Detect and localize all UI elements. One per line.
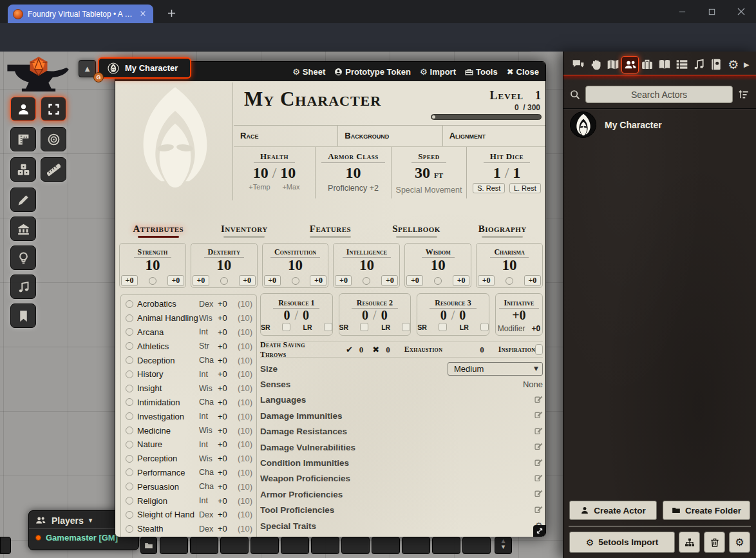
new-tab-button[interactable]: [162, 5, 180, 23]
skill-proficiency-radio[interactable]: [126, 314, 133, 322]
edit-trait-button[interactable]: [534, 473, 543, 485]
skill-row[interactable]: Performance Cha +0 (10): [126, 466, 252, 480]
macro-slot[interactable]: [220, 537, 249, 554]
skill-proficiency-radio[interactable]: [126, 342, 133, 350]
select-tool-button[interactable]: [41, 97, 66, 121]
skill-row[interactable]: Animal Handling Wis +0 (10): [126, 311, 252, 325]
health-stat[interactable]: Health 10/10 +Temp+Max: [234, 147, 316, 198]
sr-checkbox[interactable]: [439, 323, 447, 331]
edit-trait-button[interactable]: [534, 505, 543, 516]
lr-checkbox[interactable]: [324, 323, 332, 331]
skill-proficiency-radio[interactable]: [126, 441, 133, 448]
walls-tool-button[interactable]: [10, 216, 36, 241]
tab-close-icon[interactable]: [138, 9, 148, 19]
skill-proficiency-radio[interactable]: [126, 398, 133, 406]
create-actor-button[interactable]: Create Actor: [569, 501, 657, 520]
sheet-tab[interactable]: Inventory: [202, 221, 288, 238]
ability-box[interactable]: Strength 10 +0 +0: [119, 243, 186, 288]
macro-slot[interactable]: [372, 537, 400, 554]
proficiency-radio[interactable]: [434, 277, 442, 285]
ruler-tool-button[interactable]: [41, 157, 66, 182]
macro-slot[interactable]: [402, 537, 430, 554]
skill-proficiency-radio[interactable]: [126, 328, 133, 336]
proficiency-radio[interactable]: [149, 277, 156, 285]
proficiency-radio[interactable]: [292, 277, 299, 285]
skill-proficiency-radio[interactable]: [126, 511, 133, 519]
actor-list-item[interactable]: My Character: [563, 109, 756, 140]
token-nameplate[interactable]: My Character G: [98, 57, 191, 79]
tab-actors[interactable]: [621, 56, 639, 73]
xp-text[interactable]: 0 / 300: [426, 103, 540, 112]
folder-tree-button[interactable]: [679, 532, 700, 553]
ability-save[interactable]: +0: [167, 275, 184, 286]
macro-slot[interactable]: [462, 537, 491, 554]
sheet-tab[interactable]: Biography: [459, 221, 545, 238]
size-select[interactable]: Medium▼: [448, 362, 543, 376]
tab-settings[interactable]: ⚙: [724, 56, 742, 73]
character-name[interactable]: My Character: [244, 88, 381, 124]
tab-compendium[interactable]: [708, 56, 725, 73]
character-portrait[interactable]: [117, 82, 233, 200]
speed-stat[interactable]: Speed 30 ft Special Movement: [392, 147, 467, 198]
game-canvas[interactable]: ▲ Players ▾ Gamemaste: [0, 52, 756, 558]
sr-checkbox[interactable]: [282, 323, 290, 331]
sr-checkbox[interactable]: [360, 323, 368, 331]
browser-tab[interactable]: Foundry Virtual Tabletop • A Stan: [8, 5, 153, 23]
macro-slot[interactable]: [160, 537, 188, 554]
window-maximize-button[interactable]: [697, 0, 726, 23]
edit-trait-button[interactable]: [534, 441, 543, 453]
death-success-count[interactable]: 0: [359, 345, 364, 355]
macro-slot[interactable]: [311, 537, 339, 554]
skill-row[interactable]: Athletics Str +0 (10): [126, 339, 252, 353]
skill-row[interactable]: Arcana Int +0 (10): [126, 325, 252, 340]
macro-folder-button[interactable]: [140, 537, 157, 554]
window-minimize-button[interactable]: [667, 0, 697, 23]
skill-row[interactable]: Medicine Wis +0 (10): [126, 423, 252, 438]
notes-tool-button[interactable]: [10, 303, 36, 328]
ability-save[interactable]: +0: [310, 275, 326, 286]
alignment-field[interactable]: Alignment: [443, 126, 545, 146]
hotbar-page-down-icon[interactable]: ▾: [502, 543, 506, 551]
skill-row[interactable]: Perception Wis +0 (10): [126, 452, 252, 466]
drawing-tool-button[interactable]: [10, 188, 36, 212]
skill-row[interactable]: Nature Int +0 (10): [126, 438, 252, 452]
window-close-button[interactable]: [726, 0, 756, 23]
5etools-import-button[interactable]: ⚙ 5etools Import: [569, 532, 675, 553]
skill-row[interactable]: Stealth Dex +0 (10): [126, 522, 252, 536]
inspiration-checkbox[interactable]: [535, 344, 543, 355]
long-rest-button[interactable]: L. Rest: [509, 183, 541, 193]
ability-box[interactable]: Intelligence 10 +0 +0: [333, 243, 400, 288]
sheet-tab[interactable]: Attributes: [115, 221, 202, 238]
skill-row[interactable]: Religion Int +0 (10): [126, 494, 252, 508]
prototype-token-button[interactable]: Prototype Token: [334, 67, 411, 77]
short-rest-button[interactable]: S. Rest: [473, 183, 505, 193]
race-field[interactable]: Race: [234, 126, 338, 146]
hotbar-page-button[interactable]: ▲ ▾: [495, 537, 512, 554]
skill-proficiency-radio[interactable]: [126, 356, 133, 364]
death-fail-icon[interactable]: ✖: [372, 345, 379, 354]
ability-box[interactable]: Dexterity 10 +0 +0: [191, 243, 258, 288]
ability-mod[interactable]: +0: [193, 275, 209, 286]
edit-trait-button[interactable]: [534, 488, 543, 500]
macro-slot[interactable]: [190, 537, 218, 554]
exhaustion-value[interactable]: 0: [480, 345, 484, 355]
ability-box[interactable]: Constitution 10 +0 +0: [262, 243, 329, 288]
skill-proficiency-radio[interactable]: [126, 525, 133, 533]
death-success-icon[interactable]: ✔: [346, 345, 353, 354]
skill-row[interactable]: Acrobatics Dex +0 (10): [126, 297, 252, 311]
proficiency-radio[interactable]: [506, 277, 513, 285]
tab-playlists[interactable]: [690, 56, 708, 73]
skill-row[interactable]: Sleight of Hand Dex +0 (10): [126, 508, 252, 522]
sounds-tool-button[interactable]: [10, 274, 36, 299]
skill-proficiency-radio[interactable]: [126, 427, 133, 434]
edit-trait-button[interactable]: [534, 410, 543, 421]
create-folder-button[interactable]: Create Folder: [663, 501, 750, 520]
skill-row[interactable]: History Int +0 (10): [126, 367, 252, 381]
skill-proficiency-radio[interactable]: [126, 455, 133, 463]
macro-slot[interactable]: [432, 537, 460, 554]
ability-save[interactable]: +0: [239, 275, 256, 286]
target-tool-button[interactable]: [41, 127, 66, 151]
sidebar-collapse-button[interactable]: ▶: [742, 56, 751, 73]
ability-box[interactable]: Wisdom 10 +0 +0: [404, 243, 471, 288]
initiative-box[interactable]: Initiative +0 Modifier+0: [495, 293, 543, 336]
